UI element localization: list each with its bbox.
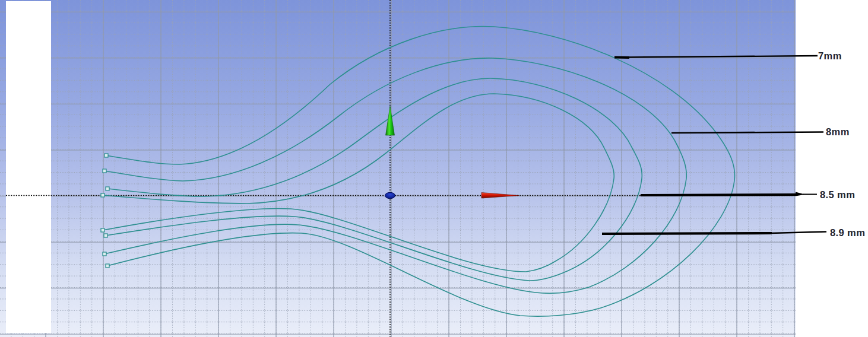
grid-major-lines — [0, 0, 796, 337]
origin-marker[interactable] — [385, 192, 395, 198]
sketch-viewport: 7mm 8mm 8.5 mm 8.9 mm — [0, 0, 868, 337]
dimension-label: 7mm — [818, 50, 842, 61]
endpoint-marker[interactable] — [104, 234, 107, 237]
dimension-label: 8.5 mm — [820, 189, 855, 200]
endpoint-marker[interactable] — [104, 154, 108, 157]
endpoint-marker[interactable] — [101, 228, 104, 232]
dimension-label: 8mm — [826, 126, 850, 137]
endpoint-marker[interactable] — [106, 264, 109, 268]
endpoint-marker[interactable] — [106, 187, 109, 190]
leader-line — [641, 195, 797, 195]
endpoint-marker[interactable] — [103, 252, 106, 256]
endpoint-marker[interactable] — [103, 169, 106, 173]
leader-line — [671, 132, 823, 133]
endpoint-marker[interactable] — [101, 193, 104, 197]
dimension-label: 8.9 mm — [830, 227, 865, 238]
leader-line — [602, 233, 772, 234]
left-panel-strip — [6, 1, 51, 333]
sketch-canvas[interactable]: 7mm 8mm 8.5 mm 8.9 mm — [0, 0, 868, 337]
